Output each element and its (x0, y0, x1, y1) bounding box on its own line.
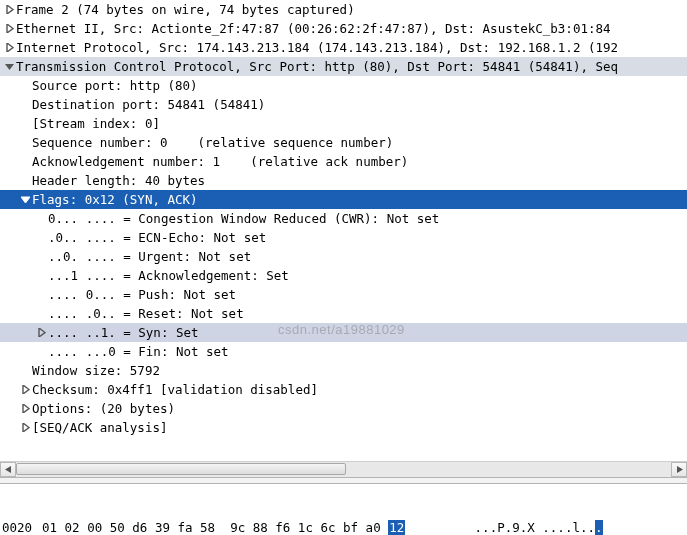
hex-bytes: 01 02 00 50 d6 39 fa 58 9c 88 f6 1c 6c b… (42, 519, 452, 535)
tree-row-ip[interactable]: Internet Protocol, Src: 174.143.213.184 … (0, 38, 687, 57)
tree-row-fin[interactable]: .... ...0 = Fin: Not set (0, 342, 687, 361)
hex-ascii: ...P.9.X ....l... (452, 519, 603, 535)
horizontal-scrollbar[interactable] (0, 461, 687, 477)
tree-label: .... .0.. = Reset: Not set (48, 304, 244, 323)
tree-label: Sequence number: 0 (relative sequence nu… (32, 133, 393, 152)
tree-row-ethernet[interactable]: Ethernet II, Src: Actionte_2f:47:87 (00:… (0, 19, 687, 38)
tree-label: .... ..1. = Syn: Set (48, 323, 199, 342)
tree-row-header-length[interactable]: Header length: 40 bytes (0, 171, 687, 190)
chevron-down-icon[interactable] (2, 60, 16, 74)
tree-row-cwr[interactable]: 0... .... = Congestion Window Reduced (C… (0, 209, 687, 228)
tree-label: 0... .... = Congestion Window Reduced (C… (48, 209, 439, 228)
tree-row-seq[interactable]: Sequence number: 0 (relative sequence nu… (0, 133, 687, 152)
tree-label: .... ...0 = Fin: Not set (48, 342, 229, 361)
tree-label: Header length: 40 bytes (32, 171, 205, 190)
hex-row[interactable]: 0020 01 02 00 50 d6 39 fa 58 9c 88 f6 1c… (2, 519, 685, 535)
tree-row-psh[interactable]: .... 0... = Push: Not set (0, 285, 687, 304)
chevron-right-icon[interactable] (34, 326, 48, 340)
chevron-right-icon[interactable] (18, 383, 32, 397)
scroll-track[interactable] (16, 462, 671, 477)
tree-row-window[interactable]: Window size: 5792 (0, 361, 687, 380)
tree-label: [Stream index: 0] (32, 114, 160, 133)
packet-details-tree[interactable]: Frame 2 (74 bytes on wire, 74 bytes capt… (0, 0, 687, 478)
tree-label: Acknowledgement number: 1 (relative ack … (32, 152, 408, 171)
tree-label: Frame 2 (74 bytes on wire, 74 bytes capt… (16, 0, 355, 19)
tree-label: Options: (20 bytes) (32, 399, 175, 418)
tree-row-ack[interactable]: Acknowledgement number: 1 (relative ack … (0, 152, 687, 171)
tree-label: .... 0... = Push: Not set (48, 285, 236, 304)
tree-label: Internet Protocol, Src: 174.143.213.184 … (16, 38, 618, 57)
tree-label: Window size: 5792 (32, 361, 160, 380)
tree-row-options[interactable]: Options: (20 bytes) (0, 399, 687, 418)
chevron-down-icon[interactable] (18, 193, 32, 207)
tree-row-frame[interactable]: Frame 2 (74 bytes on wire, 74 bytes capt… (0, 0, 687, 19)
chevron-right-icon[interactable] (2, 41, 16, 55)
tree-label: ..0. .... = Urgent: Not set (48, 247, 251, 266)
tree-row-src-port[interactable]: Source port: http (80) (0, 76, 687, 95)
hex-dump-pane[interactable]: 0020 01 02 00 50 d6 39 fa 58 9c 88 f6 1c… (0, 483, 687, 535)
tree-label: Checksum: 0x4ff1 [validation disabled] (32, 380, 318, 399)
tree-label: Ethernet II, Src: Actionte_2f:47:87 (00:… (16, 19, 611, 38)
chevron-right-icon[interactable] (18, 402, 32, 416)
scroll-left-button[interactable] (0, 462, 16, 477)
tree-row-stream[interactable]: [Stream index: 0] (0, 114, 687, 133)
tree-label: ...1 .... = Acknowledgement: Set (48, 266, 289, 285)
tree-row-syn[interactable]: .... ..1. = Syn: Set (0, 323, 687, 342)
tree-row-dst-port[interactable]: Destination port: 54841 (54841) (0, 95, 687, 114)
tree-label: Transmission Control Protocol, Src Port:… (16, 57, 618, 76)
tree-label: Source port: http (80) (32, 76, 198, 95)
tree-row-ackflag[interactable]: ...1 .... = Acknowledgement: Set (0, 266, 687, 285)
tree-row-checksum[interactable]: Checksum: 0x4ff1 [validation disabled] (0, 380, 687, 399)
tree-label: .0.. .... = ECN-Echo: Not set (48, 228, 266, 247)
tree-row-tcp[interactable]: Transmission Control Protocol, Src Port:… (0, 57, 687, 76)
hex-highlight: 12 (388, 520, 405, 535)
chevron-right-icon[interactable] (2, 3, 16, 17)
tree-label: Destination port: 54841 (54841) (32, 95, 265, 114)
tree-row-seqack-analysis[interactable]: [SEQ/ACK analysis] (0, 418, 687, 437)
scroll-thumb[interactable] (16, 463, 346, 475)
tree-row-urg[interactable]: ..0. .... = Urgent: Not set (0, 247, 687, 266)
tree-row-flags[interactable]: Flags: 0x12 (SYN, ACK) (0, 190, 687, 209)
scroll-right-button[interactable] (671, 462, 687, 477)
hex-offset: 0020 (2, 519, 42, 535)
chevron-right-icon[interactable] (18, 421, 32, 435)
chevron-right-icon[interactable] (2, 22, 16, 36)
tree-row-rst[interactable]: .... .0.. = Reset: Not set (0, 304, 687, 323)
tree-label: [SEQ/ACK analysis] (32, 418, 167, 437)
tree-label: Flags: 0x12 (SYN, ACK) (32, 190, 198, 209)
tree-row-ece[interactable]: .0.. .... = ECN-Echo: Not set (0, 228, 687, 247)
